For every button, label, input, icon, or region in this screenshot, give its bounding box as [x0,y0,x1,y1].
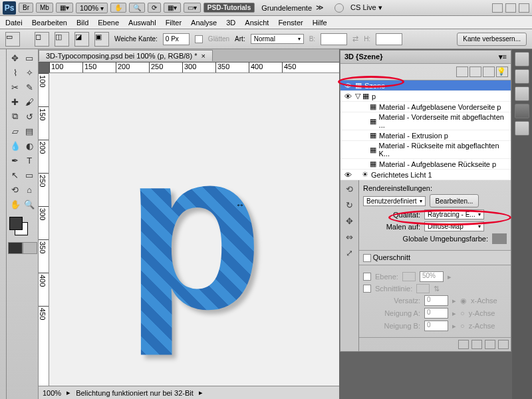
menu-window[interactable]: Fenster [278,19,303,27]
blur-tool[interactable]: 💧 [8,138,23,153]
3d-rotate-icon[interactable]: ⟲ [342,182,356,196]
dodge-tool[interactable]: ◐ [23,138,37,153]
ambient-color-swatch[interactable] [492,233,507,244]
menu-analysis[interactable]: Analyse [191,19,217,27]
swatches-panel-icon[interactable] [515,69,529,84]
3d-pan-icon[interactable]: ✥ [342,213,356,228]
menu-filter[interactable]: Filter [166,19,182,27]
zoom-tool[interactable]: 🔍 [23,197,37,211]
scene-row-light1[interactable]: 👁☀Gerichtetes Licht 1 [340,170,511,180]
scene-row-scene[interactable]: 👁▦Szene [340,80,511,91]
minibridge-button[interactable]: Mb [36,3,53,13]
menu-help[interactable]: Hilfe [313,19,327,27]
pen-tool[interactable]: ✒ [8,153,23,168]
adjustments-panel-icon[interactable] [515,86,529,101]
canvas[interactable]: p ↔ [49,73,339,386]
history-brush-tool[interactable]: ↺ [23,109,37,124]
lasso-tool[interactable]: ⌇ [8,65,23,80]
filter-scene-icon[interactable] [456,66,468,77]
style-select[interactable]: Normal [251,34,304,44]
painton-select[interactable]: Diffuse-Map [424,221,484,231]
layers-panel-icon[interactable] [515,121,529,136]
scene-row-mat4[interactable]: ▦Material - Rückseite mit abgeflachten K… [340,141,511,159]
3d-roll-icon[interactable]: ↻ [342,198,356,212]
menu-view[interactable]: Ansicht [245,19,269,27]
workspace-tutorials[interactable]: PSD-Tutorials [203,3,255,13]
screen-mode-icon[interactable]: ▭▾ [184,3,201,13]
stamp-tool[interactable]: ⧉ [8,109,23,124]
zoom-level[interactable]: 100% ▾ [76,3,108,13]
refine-edge-button[interactable]: Kante verbessern... [457,33,527,46]
scene-row-mat3[interactable]: ▦Material - Extrusion p [340,130,511,141]
antialias-checkbox[interactable] [195,35,203,43]
document-tab[interactable]: 3D-Typocomposing.psd bei 100% (p, RGB/8)… [39,50,213,61]
brush-tool[interactable]: 🖌 [23,94,37,109]
foreground-color[interactable] [9,217,23,230]
minimize-icon[interactable] [492,3,503,13]
toggle-ground-icon[interactable] [471,340,482,349]
menu-file[interactable]: Datei [5,19,23,27]
marquee-tool-preset[interactable]: ▭ [5,32,20,47]
gradient-tool[interactable]: ▤ [23,124,37,138]
3d-scale-icon[interactable]: ⤢ [342,245,356,260]
rotate-view-icon[interactable]: ⟳ [148,3,161,13]
filter-light-icon[interactable]: 💡 [496,66,508,77]
zoom-tool-icon[interactable]: 🔍 [129,3,145,13]
edit-render-button[interactable]: Bearbeiten... [430,194,479,207]
quality-select[interactable]: Raytracing - E... [424,209,484,219]
type-tool[interactable]: T [23,153,37,168]
menu-layer[interactable]: Ebene [98,19,119,27]
scene-row-mat5[interactable]: ▦Material - Aufgeblasene Rückseite p [340,159,511,170]
shape-tool[interactable]: ▭ [23,168,37,182]
intersect-selection-icon[interactable]: ▣ [94,32,109,47]
menu-edit[interactable]: Bearbeiten [32,19,67,27]
scene-row-p[interactable]: 👁▽ ▦p [340,91,511,102]
view-extras-button[interactable]: ▦▾ [56,3,73,13]
menu-select[interactable]: Auswahl [128,19,156,27]
heal-tool[interactable]: ✚ [8,94,23,109]
3d-camera-tool[interactable]: ⌂ [23,182,37,197]
scene-row-mat1[interactable]: ▦Material - Aufgeblasene Vorderseite p [340,102,511,112]
3d-slide-icon[interactable]: ⇔ [342,229,356,244]
marquee-tool[interactable]: ▭ [23,51,37,65]
color-panel-icon[interactable] [515,52,529,66]
status-zoom[interactable]: 100% [43,389,61,397]
bridge-button[interactable]: Br [19,3,33,13]
add-selection-icon[interactable]: ◫ [55,32,69,47]
maximize-icon[interactable] [505,3,516,13]
close-icon[interactable] [519,3,529,13]
3d-panel-icon[interactable] [515,104,529,118]
eraser-tool[interactable]: ▱ [8,124,23,138]
path-tool[interactable]: ↖ [8,168,23,182]
delete-icon[interactable] [498,340,509,349]
filter-material-icon[interactable] [483,66,495,77]
move-tool[interactable]: ✥ [8,51,23,65]
hand-tool-icon[interactable]: ✋ [110,3,126,13]
menu-3d[interactable]: 3D [226,19,235,27]
scene-tree[interactable]: 👁▦Szene 👁▽ ▦p ▦Material - Aufgeblasene V… [340,80,511,180]
cslive-button[interactable]: CS Live ▾ [350,3,382,12]
eyedropper-tool[interactable]: ✎ [23,80,37,94]
arrange-docs-icon[interactable]: ▦▾ [164,3,181,13]
filter-mesh-icon[interactable] [469,66,481,77]
subtract-selection-icon[interactable]: ◪ [74,32,89,47]
render-preset-select[interactable]: Benutzerdefiniert [363,196,426,206]
menu-image[interactable]: Bild [76,19,88,27]
wand-tool[interactable]: ✧ [23,65,37,80]
crop-tool[interactable]: ✂ [8,80,23,94]
scene-row-mat2[interactable]: ▦Material - Vorderseite mit abgeflachten… [340,112,511,130]
color-swatches[interactable] [8,215,37,237]
3d-rotate-tool[interactable]: ⟲ [8,182,23,197]
workspace-label[interactable]: Grundelemente [261,4,312,12]
toggle-lights-icon[interactable] [458,340,469,349]
new-light-icon[interactable] [485,340,495,349]
3d-tools-strip: ⟲ ↻ ✥ ⇔ ⤢ [340,180,359,351]
tab-close-icon[interactable]: × [201,52,205,60]
panel-menu-icon[interactable]: ▾≡ [499,53,507,61]
hand-tool[interactable]: ✋ [8,197,23,211]
quickmask-toggle[interactable] [8,242,37,254]
new-selection-icon[interactable]: ◻ [35,32,49,47]
chevron-right-icon[interactable]: ≫ [316,3,324,12]
crosssection-checkbox[interactable] [363,254,371,262]
feather-input[interactable] [163,33,190,45]
